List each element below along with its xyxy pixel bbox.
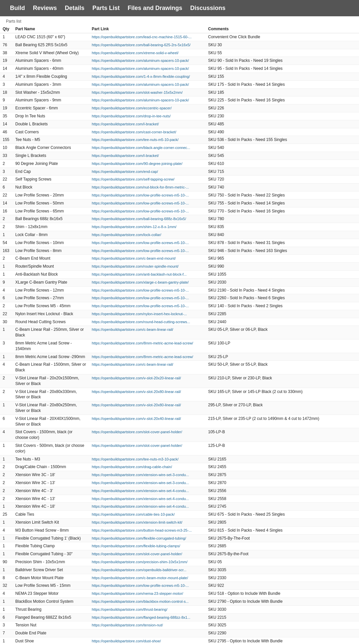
cell-part-link[interactable]: https://openbuildspartstore.com/thrust-b…	[89, 605, 205, 613]
part-link-anchor[interactable]: https://openbuildspartstore.com/precisio…	[92, 560, 187, 564]
cell-part-link[interactable]: https://openbuildspartstore.com/nema-23-…	[89, 590, 205, 598]
part-link-anchor[interactable]: https://openbuildspartstore.com/drag-cab…	[92, 465, 172, 469]
part-link-anchor[interactable]: https://openbuildspartstore.com/slot-cov…	[92, 552, 182, 556]
part-link-anchor[interactable]: https://openbuildspartstore.com/openbuil…	[92, 568, 186, 572]
cell-part-link[interactable]: https://openbuildspartstore.com/drag-cab…	[89, 463, 205, 471]
part-link-anchor[interactable]: https://openbuildspartstore.com/end-cap/	[92, 170, 158, 174]
part-link-anchor[interactable]: https://openbuildspartstore.com/v-slot-2…	[92, 376, 181, 380]
cell-part-link[interactable]: https://openbuildspartstore.com/v-slot-2…	[89, 388, 205, 401]
cell-part-link[interactable]: https://openbuildspartstore.com/xtension…	[89, 503, 205, 511]
part-link-anchor[interactable]: https://openbuildspartstore.com/l-bracke…	[92, 154, 159, 158]
cell-part-link[interactable]: https://openbuildspartstore.com/shim-12-…	[89, 223, 205, 231]
nav-item-discussions[interactable]: Discussions	[186, 3, 229, 13]
cell-part-link[interactable]: https://openbuildspartstore.com/aluminum…	[89, 80, 205, 88]
cell-part-link[interactable]: https://openbuildspartstore.com/xtension…	[89, 487, 205, 495]
cell-part-link[interactable]: https://openbuildspartstore.com/ball-bea…	[89, 41, 205, 49]
part-link-anchor[interactable]: https://openbuildspartstore.com/flexible…	[92, 536, 186, 540]
cell-part-link[interactable]: https://openbuildspartstore.com/flexible…	[89, 542, 205, 550]
part-link-anchor[interactable]: https://openbuildspartstore.com/round-he…	[92, 320, 190, 324]
part-link-anchor[interactable]: https://openbuildspartstore.com/eccentri…	[92, 106, 172, 110]
part-link-anchor[interactable]: https://openbuildspartstore.com/nylon-in…	[92, 312, 187, 316]
cell-part-link[interactable]: https://openbuildspartstore.com/slot-cov…	[89, 428, 205, 442]
part-link-anchor[interactable]: https://openbuildspartstore.com/aluminum…	[92, 59, 189, 63]
cell-part-link[interactable]: https://openbuildspartstore.com/ball-bea…	[89, 215, 205, 223]
part-link-anchor[interactable]: https://openbuildspartstore.com/flanged-…	[92, 615, 190, 619]
cell-part-link[interactable]: https://openbuildspartstore.com/tee-nuts…	[89, 455, 205, 463]
cell-part-link[interactable]: https://openbuildspartstore.com/v-slot-2…	[89, 401, 205, 415]
part-link-anchor[interactable]: https://openbuildspartstore.com/xtension…	[92, 473, 189, 477]
nav-item-build[interactable]: Build	[6, 3, 29, 13]
part-link-anchor[interactable]: https://openbuildspartstore.com/slot-was…	[92, 90, 182, 94]
part-link-anchor[interactable]: https://openbuildspartstore.com/low-prof…	[92, 288, 189, 292]
part-link-anchor[interactable]: https://openbuildspartstore.com/xlarge-c…	[92, 280, 189, 284]
cell-part-link[interactable]: https://openbuildspartstore.com/tension-…	[89, 621, 205, 629]
cell-part-link[interactable]: https://openbuildspartstore.com/anti-bac…	[89, 270, 205, 278]
cell-part-link[interactable]: https://openbuildspartstore.com/eccentri…	[89, 104, 205, 112]
part-link-anchor[interactable]: https://openbuildspartstore.com/low-prof…	[92, 201, 189, 205]
part-link-anchor[interactable]: https://openbuildspartstore.com/slot-cov…	[92, 444, 182, 448]
part-link-anchor[interactable]: https://openbuildspartstore.com/tension-…	[92, 623, 163, 627]
part-link-anchor[interactable]: https://openbuildspartstore.com/low-prof…	[92, 249, 189, 253]
part-link-anchor[interactable]: https://openbuildspartstore.com/low-prof…	[92, 296, 189, 300]
cell-part-link[interactable]: https://openbuildspartstore.com/xtreme-s…	[89, 49, 205, 57]
part-link-anchor[interactable]: https://openbuildspartstore.com/8mm-metr…	[92, 355, 193, 359]
cell-part-link[interactable]: https://openbuildspartstore.com/c-beam-l…	[89, 361, 205, 374]
cell-part-link[interactable]: https://openbuildspartstore.com/low-prof…	[89, 302, 205, 310]
part-link-anchor[interactable]: https://openbuildspartstore.com/8mm-metr…	[92, 341, 193, 345]
part-link-anchor[interactable]: https://openbuildspartstore.com/tee-nuts…	[92, 138, 179, 142]
part-link-anchor[interactable]: https://openbuildspartstore.com/drop-in-…	[92, 114, 171, 118]
cell-part-link[interactable]: https://openbuildspartstore.com/slot-was…	[89, 88, 205, 96]
part-link-anchor[interactable]: https://openbuildspartstore.com/v-slot-2…	[92, 403, 181, 407]
cell-part-link[interactable]: https://openbuildspartstore.com/blackbox…	[89, 597, 205, 605]
cell-part-link[interactable]: https://openbuildspartstore.com/router-s…	[89, 263, 205, 271]
nav-item-parts-list[interactable]: Parts List	[88, 3, 124, 13]
cell-part-link[interactable]: https://openbuildspartstore.com/xlarge-c…	[89, 278, 205, 286]
part-link-anchor[interactable]: https://openbuildspartstore.com/shim-12-…	[92, 225, 177, 229]
cell-part-link[interactable]: https://openbuildspartstore.com/low-prof…	[89, 294, 205, 302]
part-link-anchor[interactable]: https://openbuildspartstore.com/lock-col…	[92, 233, 161, 237]
cell-part-link[interactable]: https://openbuildspartstore.com/lead-cnc…	[89, 33, 205, 41]
cell-part-link[interactable]: https://openbuildspartstore.com/l-bracke…	[89, 120, 205, 128]
cell-part-link[interactable]: https://openbuildspartstore.com/xtension…	[89, 471, 205, 479]
part-link-anchor[interactable]: https://openbuildspartstore.com/lead-cnc…	[92, 35, 191, 39]
cell-part-link[interactable]: https://openbuildspartstore.com/low-prof…	[89, 191, 205, 199]
part-link-anchor[interactable]: https://openbuildspartstore.com/1-4-x-8m…	[92, 74, 190, 78]
cell-part-link[interactable]: https://openbuildspartstore.com/black-an…	[89, 144, 205, 152]
cell-part-link[interactable]: https://openbuildspartstore.com/low-prof…	[89, 239, 205, 247]
cell-part-link[interactable]: https://openbuildspartstore.com/button-h…	[89, 526, 205, 534]
cell-part-link[interactable]: https://openbuildspartstore.com/c-beam-m…	[89, 574, 205, 582]
cell-part-link[interactable]: https://openbuildspartstore.com/1-4-x-8m…	[89, 72, 205, 80]
cell-part-link[interactable]: https://openbuildspartstore.com/aluminum…	[89, 96, 205, 104]
part-link-anchor[interactable]: https://openbuildspartstore.com/l-bracke…	[92, 122, 159, 126]
part-link-anchor[interactable]: https://openbuildspartstore.com/c-beam-m…	[92, 576, 188, 580]
cell-part-link[interactable]: https://openbuildspartstore.com/slot-cov…	[89, 550, 205, 558]
cell-part-link[interactable]: https://openbuildspartstore.com/flexible…	[89, 534, 205, 542]
part-link-anchor[interactable]: https://openbuildspartstore.com/low-prof…	[92, 193, 189, 197]
nav-item-reviews[interactable]: Reviews	[29, 3, 61, 13]
part-link-anchor[interactable]: https://openbuildspartstore.com/nema-23-…	[92, 591, 183, 595]
part-link-anchor[interactable]: https://openbuildspartstore.com/xtension…	[92, 481, 189, 485]
nav-item-files-and-drawings[interactable]: Files and Drawings	[124, 3, 186, 13]
part-link-anchor[interactable]: https://openbuildspartstore.com/ball-bea…	[92, 217, 186, 221]
part-link-anchor[interactable]: https://openbuildspartstore.com/v-slot-2…	[92, 390, 181, 394]
cell-part-link[interactable]: https://openbuildspartstore.com/low-prof…	[89, 199, 205, 207]
cell-part-link[interactable]: https://openbuildspartstore.com/low-prof…	[89, 247, 205, 255]
cell-part-link[interactable]: https://openbuildspartstore.com/self-tap…	[89, 176, 205, 184]
cell-part-link[interactable]: https://openbuildspartstore.com/drop-in-…	[89, 112, 205, 120]
cell-part-link[interactable]: https://openbuildspartstore.com/precisio…	[89, 558, 205, 566]
cell-part-link[interactable]: https://openbuildspartstore.com/xtension…	[89, 519, 205, 527]
cell-part-link[interactable]: https://openbuildspartstore.com/cable-ti…	[89, 511, 205, 519]
cell-part-link[interactable]: https://openbuildspartstore.com/xtension…	[89, 495, 205, 503]
cell-part-link[interactable]: https://openbuildspartstore.com/c-beam-l…	[89, 326, 205, 339]
part-link-anchor[interactable]: https://openbuildspartstore.com/slot-cov…	[92, 430, 182, 434]
part-link-anchor[interactable]: https://openbuildspartstore.com/self-tap…	[92, 177, 175, 181]
cell-part-link[interactable]: https://openbuildspartstore.com/v-slot-2…	[89, 374, 205, 388]
cell-part-link[interactable]: https://openbuildspartstore.com/tee-nuts…	[89, 136, 205, 144]
part-link-anchor[interactable]: https://openbuildspartstore.com/aluminum…	[92, 66, 189, 70]
part-link-anchor[interactable]: https://openbuildspartstore.com/xtension…	[92, 504, 189, 508]
cell-part-link[interactable]: https://openbuildspartstore.com/aluminum…	[89, 57, 205, 65]
cell-part-link[interactable]: https://openbuildspartstore.com/c-beam-e…	[89, 255, 205, 263]
part-link-anchor[interactable]: https://openbuildspartstore.com/flexible…	[92, 544, 180, 548]
cell-part-link[interactable]: https://openbuildspartstore.com/lock-col…	[89, 231, 205, 239]
part-link-anchor[interactable]: https://openbuildspartstore.com/xtension…	[92, 520, 182, 524]
